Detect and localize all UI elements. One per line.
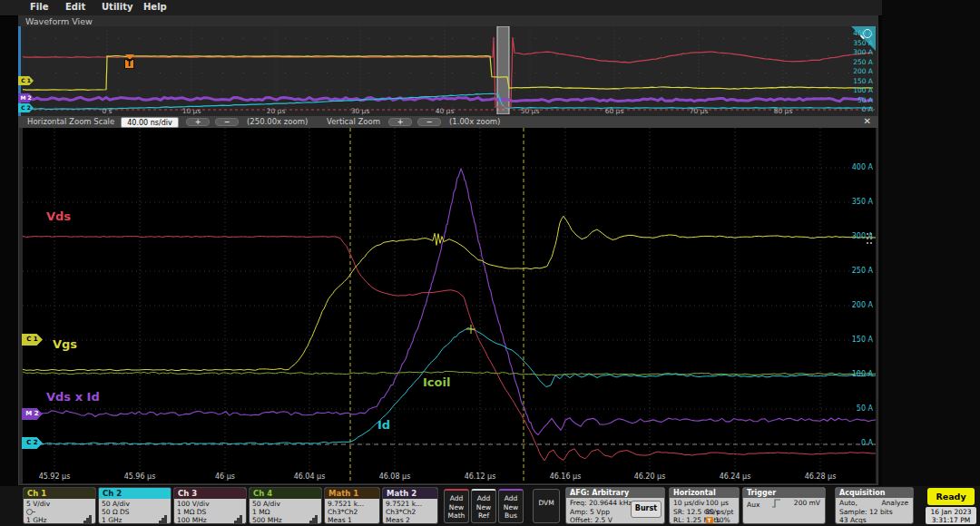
math-scale: 9.7521 k... [328, 500, 377, 508]
main-time-tick: 46.04 µs [294, 472, 326, 481]
trace-vgs [23, 216, 876, 370]
main-amp-tick: 350 A [852, 198, 873, 206]
channel-badge-ch1[interactable]: Ch 1 5 V/div 1 GHz [23, 487, 96, 524]
trace-vgs-overview [23, 56, 873, 91]
bandwidth-limit-icon [159, 515, 168, 523]
math-source: Meas 1 [328, 516, 377, 524]
overview-time-tick: 40 µs [436, 107, 455, 115]
main-amp-tick: 300 A [852, 232, 873, 240]
math-name: Math 2 [383, 488, 437, 499]
math-settings: 9.7521 k... Ch3*Ch2 Meas 2 [383, 499, 437, 524]
overview-time-tick: 0 s [102, 107, 112, 115]
acquisition-panel[interactable]: Acquisition Auto,Analyze Sample: 12 bits… [835, 487, 914, 524]
main-time-tick: 46.08 µs [379, 472, 411, 481]
v-zoom-minus-button[interactable]: − [417, 118, 441, 126]
main-time-tick: 46.16 µs [550, 472, 582, 481]
channel-scale: 5 V/div [26, 500, 93, 508]
v-zoom-plus-button[interactable]: + [388, 118, 412, 126]
trace-label-vds[interactable]: Vds [46, 209, 71, 223]
channel-badge-ch3[interactable]: Ch 3 100 V/div 1 MΩ DS 100 MHz [173, 487, 247, 524]
channel-name: Ch 3 [174, 488, 246, 499]
main-amp-tick: 250 A [852, 267, 873, 275]
trace-label-icoil[interactable]: Icoil [423, 375, 450, 389]
add-new-math-button[interactable]: Add New Math [444, 489, 469, 523]
math-scale: 9.7521 k... [386, 500, 435, 508]
acquisition-title: Acquisition [836, 488, 913, 498]
overview-time-tick: 10 µs [182, 107, 201, 115]
acq-analyze: Analyze [881, 499, 908, 508]
menu-bar: File Edit Utility Help [0, 0, 980, 16]
h-window: 100 µs [706, 499, 729, 508]
channel-settings: 100 V/div 1 MΩ DS 100 MHz [174, 499, 246, 524]
zoom-scale-bar: Horizontal Zoom Scale + − (250.00x zoom)… [18, 116, 878, 128]
overview-time-tick: 20 µs [267, 107, 286, 115]
trigger-t-icon: T [124, 59, 134, 69]
h-zoom-minus-button[interactable]: − [215, 118, 239, 126]
overview-amp-tick: 200 A [853, 67, 873, 75]
menu-help[interactable]: Help [143, 2, 167, 12]
math-badge-math2[interactable]: Math 2 9.7521 k... Ch3*Ch2 Meas 2 [382, 487, 438, 524]
trigger-settings: Aux 200 mV [743, 498, 825, 524]
math-badge-math1[interactable]: Math 1 9.7521 k... Ch3*Ch2 Meas 1 [324, 487, 380, 524]
math-name: Math 1 [325, 488, 379, 499]
overview-amp-tick: 350 A [853, 39, 873, 47]
math-expression: Ch3*Ch2 [386, 508, 435, 516]
v-zoom-factor: (1.00x zoom) [449, 117, 500, 126]
afg-panel[interactable]: AFG: Arbitrary Freq: 20.9644 kHz Amp: 5 … [565, 487, 665, 524]
overview-time-tick: 30 µs [351, 107, 370, 115]
math-settings: 9.7521 k... Ch3*Ch2 Meas 1 [325, 499, 379, 524]
overview-amp-tick: 50 A [858, 96, 873, 104]
trace-vds-overview [23, 37, 873, 107]
channel-badge-ch4[interactable]: Ch 4 50 A/div 1 MΩ 500 MHz [249, 487, 322, 524]
overview-amp-tick: 300 A [853, 48, 873, 56]
bandwidth-limit-icon [83, 515, 93, 523]
dvm-button[interactable]: DVM [533, 489, 560, 523]
overview-amp-tick: 400 A [853, 29, 873, 37]
rising-edge-icon [771, 499, 782, 509]
overview-time-tick: 70 µs [690, 107, 709, 115]
trigger-position-marker[interactable]: T [124, 54, 136, 71]
channel-scale: 100 V/div [177, 500, 243, 508]
trigger-panel[interactable]: Trigger Aux 200 mV [742, 487, 826, 524]
trace-label-vds-x-id[interactable]: Vds x Id [46, 390, 100, 404]
main-time-tick: 45.92 µs [39, 472, 71, 481]
channel-name: Ch 2 [99, 488, 171, 499]
menu-file[interactable]: File [30, 2, 48, 12]
main-plot[interactable]: Vds Vgs Vds x Id Icoil Id 45.92 µs45.96 … [23, 128, 876, 483]
oscilloscope-app: File Edit Utility Help Waveform View T 0… [0, 0, 980, 526]
math-source: Meas 2 [386, 516, 435, 524]
overview-amp-tick: 0 A [862, 105, 873, 113]
bandwidth-limit-icon [309, 515, 318, 523]
main-time-tick: 46 µs [215, 472, 235, 481]
acq-sample: Sample: 12 bits [839, 508, 909, 517]
channel-name: Ch 1 [24, 488, 95, 499]
trace-label-vgs[interactable]: Vgs [53, 337, 77, 351]
burst-button[interactable]: Burst [631, 501, 662, 518]
h-zoom-plus-button[interactable]: + [186, 118, 210, 126]
h-zoom-scale-input[interactable] [121, 117, 179, 128]
channel-scale: 50 A/div [252, 500, 318, 508]
overview-plot[interactable]: T 0 s10 µs20 µs30 µs40 µs50 µs60 µs70 µs… [23, 26, 876, 116]
ready-status-badge: Ready [927, 488, 975, 505]
close-icon[interactable]: ✕ [864, 116, 871, 126]
h-resolution: 80 ps/pt [706, 508, 734, 517]
menu-utility[interactable]: Utility [102, 2, 132, 12]
trace-vds [23, 237, 876, 461]
v-zoom-label: Vertical Zoom [327, 117, 380, 126]
trigger-level: 200 mV [794, 499, 820, 508]
menu-edit[interactable]: Edit [65, 2, 85, 12]
add-new-ref-button[interactable]: Add New Ref [471, 489, 496, 523]
horizontal-panel[interactable]: Horizontal 10 µs/div100 µs SR: 12.5 GS/s… [669, 487, 740, 524]
trace-label-id[interactable]: Id [377, 418, 390, 432]
waveform-view-titlebar: Waveform View [18, 15, 878, 26]
trigger-pos-icon: T [706, 517, 713, 524]
time-text: 3:31:17 PM [926, 516, 976, 524]
horizontal-title: Horizontal [670, 488, 739, 498]
h-zoom-factor: (250.00x zoom) [247, 117, 308, 126]
h-scale: 10 µs/div [673, 499, 704, 507]
overview-amp-tick: 150 A [853, 77, 873, 85]
overview-time-tick: 60 µs [605, 107, 624, 115]
channel-badge-ch2[interactable]: Ch 2 50 A/div 50 Ω DS 1 GHz [98, 487, 172, 524]
panel-splitter-handle[interactable] [867, 233, 868, 235]
add-new-bus-button[interactable]: Add New Bus [498, 489, 524, 523]
